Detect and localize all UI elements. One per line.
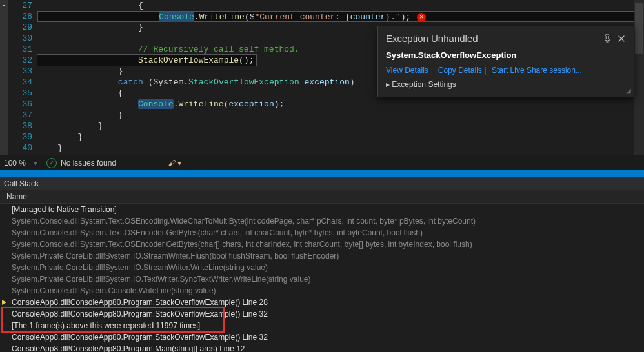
zoom-level[interactable]: 100 %: [0, 159, 34, 168]
call-stack-row[interactable]: ConsoleApp8.dll!ConsoleApp80.Program.Sta…: [0, 297, 644, 308]
exception-type: System.StackOverflowException: [386, 50, 626, 60]
call-stack-row[interactable]: System.Console.dll!System.Text.OSEncoder…: [0, 239, 644, 250]
line-number-gutter: 2728293031323334353637383940: [8, 0, 37, 155]
code-line[interactable]: }: [37, 132, 644, 142]
call-stack-row[interactable]: System.Console.dll!System.Text.OSEncoder…: [0, 227, 644, 239]
exception-links: View Details| Copy Details| Start Live S…: [386, 65, 626, 75]
editor-status-bar: 100 % ▾ No issues found 🖌 ▾: [0, 155, 644, 170]
code-line[interactable]: {: [37, 0, 644, 11]
pin-icon[interactable]: [603, 34, 612, 43]
copy-details-link[interactable]: Copy Details: [438, 66, 482, 75]
code-editor[interactable]: ▸ 2728293031323334353637383940 { Console…: [0, 0, 644, 155]
code-line[interactable]: StackOverflowExample();: [37, 55, 256, 66]
exception-popup-title: Exception Unhandled: [386, 33, 598, 44]
view-details-link[interactable]: View Details: [386, 66, 428, 75]
call-stack-row[interactable]: System.Private.CoreLib.dll!System.IO.Tex…: [0, 273, 644, 285]
code-line[interactable]: }: [37, 142, 644, 153]
breakpoint-margin[interactable]: ▸: [0, 0, 8, 155]
call-stack-header-name[interactable]: Name: [0, 190, 644, 204]
call-stack-row[interactable]: [Managed to Native Transition]: [0, 204, 644, 215]
close-icon[interactable]: [617, 34, 626, 43]
live-share-link[interactable]: Start Live Share session...: [492, 66, 582, 75]
call-stack-row[interactable]: ConsoleApp8.dll!ConsoleApp80.Program.Sta…: [0, 331, 644, 343]
call-stack-row[interactable]: ConsoleApp8.dll!ConsoleApp80.Program.Mai…: [0, 343, 644, 352]
error-badge-icon[interactable]: [417, 13, 426, 22]
exception-settings-expander[interactable]: Exception Settings: [386, 80, 626, 89]
call-stack-row[interactable]: [The 1 frame(s) above this were repeated…: [0, 320, 644, 331]
exception-popup: Exception Unhandled System.StackOverflow…: [377, 26, 634, 97]
check-icon: [46, 158, 57, 168]
call-stack-title[interactable]: Call Stack: [0, 177, 644, 190]
call-stack-row[interactable]: System.Private.CoreLib.dll!System.IO.Str…: [0, 250, 644, 262]
call-stack-panel: Call Stack Name [Managed to Native Trans…: [0, 177, 644, 352]
resize-grip-icon[interactable]: ◢: [626, 87, 631, 94]
issues-status[interactable]: No issues found: [61, 159, 116, 168]
code-line[interactable]: Console.WriteLine($"Current counter: {co…: [37, 11, 644, 22]
call-stack-rows[interactable]: [Managed to Native Transition]System.Con…: [0, 204, 644, 352]
call-stack-row[interactable]: ConsoleApp8.dll!ConsoleApp80.Program.Sta…: [0, 308, 644, 320]
vertical-scrollbar[interactable]: [634, 0, 644, 155]
call-stack-row[interactable]: System.Private.CoreLib.dll!System.IO.Str…: [0, 262, 644, 273]
panel-divider[interactable]: [0, 170, 644, 177]
code-line[interactable]: }: [37, 110, 644, 121]
call-stack-row[interactable]: System.Console.dll!System.Text.OSEncodin…: [0, 215, 644, 227]
brush-icon[interactable]: 🖌 ▾: [168, 159, 181, 168]
code-line[interactable]: }: [37, 121, 644, 132]
code-line[interactable]: Console.WriteLine(exception);: [37, 99, 644, 110]
call-stack-row[interactable]: System.Console.dll!System.Console.WriteL…: [0, 285, 644, 297]
